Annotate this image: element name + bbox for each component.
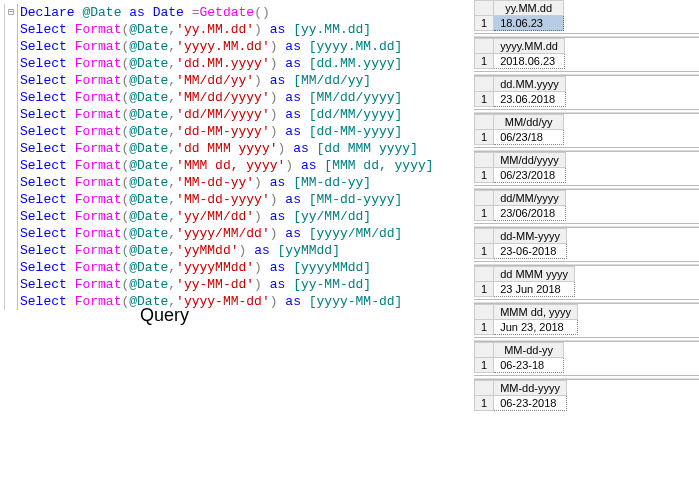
- result-grid-block: yyyy.MM.dd12018.06.23: [474, 33, 699, 69]
- gutter-icon: [4, 191, 18, 208]
- result-grid[interactable]: MMM dd, yyyy1Jun 23, 2018: [474, 304, 578, 335]
- grid-cell-value[interactable]: 23-06-2018: [494, 244, 567, 259]
- grid-row-number[interactable]: 1: [475, 54, 494, 69]
- grid-corner: [475, 267, 494, 282]
- grid-corner: [475, 77, 494, 92]
- fold-box-icon[interactable]: ⊟: [4, 4, 18, 21]
- grid-row-number[interactable]: 1: [475, 130, 494, 145]
- result-grid[interactable]: MM/dd/yyyy106/23/2018: [474, 152, 566, 183]
- code-line: Select Format(@Date,'MM/dd/yyyy') as [MM…: [0, 89, 474, 106]
- gutter-icon: [4, 259, 18, 276]
- code-line: Select Format(@Date,'dd/MM/yyyy') as [dd…: [0, 106, 474, 123]
- grid-row-number[interactable]: 1: [475, 320, 494, 335]
- result-grid[interactable]: dd-MM-yyyy123-06-2018: [474, 228, 567, 259]
- code-line: Select Format(@Date,'MM/dd/yy') as [MM/d…: [0, 72, 474, 89]
- code-line: Select Format(@Date,'yy.MM.dd') as [yy.M…: [0, 21, 474, 38]
- grid-cell-value[interactable]: 23.06.2018: [494, 92, 566, 107]
- grid-column-header[interactable]: MMM dd, yyyy: [494, 305, 578, 320]
- query-label: Query: [140, 305, 189, 326]
- code-line: Select Format(@Date,'MMM dd, yyyy') as […: [0, 157, 474, 174]
- result-grid-block: yy.MM.dd118.06.23: [474, 0, 699, 31]
- grid-cell-value[interactable]: 06/23/2018: [494, 168, 566, 183]
- gutter-icon: [4, 21, 18, 38]
- grid-cell-value[interactable]: 23/06/2018: [494, 206, 566, 221]
- grid-row-number[interactable]: 1: [475, 168, 494, 183]
- grid-row-number[interactable]: 1: [475, 206, 494, 221]
- code-line-declare: ⊟Declare @Date as Date =Getdate(): [0, 4, 474, 21]
- result-grid[interactable]: MM-dd-yyyy106-23-2018: [474, 380, 567, 411]
- result-grid[interactable]: MM-dd-yy106-23-18: [474, 342, 564, 373]
- code-line: Select Format(@Date,'MM-dd-yy') as [MM-d…: [0, 174, 474, 191]
- grid-row-number[interactable]: 1: [475, 282, 494, 297]
- result-grid[interactable]: MM/dd/yy106/23/18: [474, 114, 564, 145]
- code-line: Select Format(@Date,'yyyy.MM.dd') as [yy…: [0, 38, 474, 55]
- result-grid-block: dd/MM/yyyy123/06/2018: [474, 185, 699, 221]
- sql-editor-pane: ⊟Declare @Date as Date =Getdate() Select…: [0, 0, 474, 503]
- grid-corner: [475, 1, 494, 16]
- grid-column-header[interactable]: MM-dd-yy: [494, 343, 564, 358]
- gutter-icon: [4, 157, 18, 174]
- grid-corner: [475, 305, 494, 320]
- result-grid-block: MM-dd-yyyy106-23-2018: [474, 375, 699, 411]
- grid-column-header[interactable]: MM-dd-yyyy: [494, 381, 567, 396]
- grid-column-header[interactable]: dd/MM/yyyy: [494, 191, 566, 206]
- result-grid-block: MM/dd/yy106/23/18: [474, 109, 699, 145]
- grid-row-number[interactable]: 1: [475, 396, 494, 411]
- grid-column-header[interactable]: yyyy.MM.dd: [494, 39, 565, 54]
- code-line: Select Format(@Date,'yyyyMMdd') as [yyyy…: [0, 259, 474, 276]
- grid-corner: [475, 115, 494, 130]
- result-grid-block: MMM dd, yyyy1Jun 23, 2018: [474, 299, 699, 335]
- grid-cell-value[interactable]: 2018.06.23: [494, 54, 565, 69]
- gutter-icon: [4, 55, 18, 72]
- grid-cell-value[interactable]: 23 Jun 2018: [494, 282, 575, 297]
- code-line: Select Format(@Date,'dd.MM.yyyy') as [dd…: [0, 55, 474, 72]
- result-grid[interactable]: yy.MM.dd118.06.23: [474, 0, 564, 31]
- code-line: Select Format(@Date,'dd MMM yyyy') as [d…: [0, 140, 474, 157]
- result-grid[interactable]: dd/MM/yyyy123/06/2018: [474, 190, 566, 221]
- result-grid[interactable]: yyyy.MM.dd12018.06.23: [474, 38, 565, 69]
- result-grid-block: MM-dd-yy106-23-18: [474, 337, 699, 373]
- gutter-icon: [4, 242, 18, 259]
- grid-cell-value[interactable]: 18.06.23: [494, 16, 564, 31]
- sql-code-area[interactable]: ⊟Declare @Date as Date =Getdate() Select…: [0, 0, 474, 310]
- grid-column-header[interactable]: dd MMM yyyy: [494, 267, 575, 282]
- gutter-icon: [4, 72, 18, 89]
- grid-corner: [475, 39, 494, 54]
- grid-cell-value[interactable]: 06/23/18: [494, 130, 564, 145]
- result-grid[interactable]: dd.MM.yyyy123.06.2018: [474, 76, 566, 107]
- grid-corner: [475, 343, 494, 358]
- result-grid-block: dd MMM yyyy123 Jun 2018: [474, 261, 699, 297]
- grid-row-number[interactable]: 1: [475, 16, 494, 31]
- gutter-icon: [4, 123, 18, 140]
- grid-row-number[interactable]: 1: [475, 244, 494, 259]
- grid-column-header[interactable]: yy.MM.dd: [494, 1, 564, 16]
- grid-cell-value[interactable]: 06-23-18: [494, 358, 564, 373]
- code-line: Select Format(@Date,'yy-MM-dd') as [yy-M…: [0, 276, 474, 293]
- gutter-icon: [4, 293, 18, 310]
- gutter-icon: [4, 106, 18, 123]
- grid-column-header[interactable]: MM/dd/yy: [494, 115, 564, 130]
- grid-row-number[interactable]: 1: [475, 92, 494, 107]
- grid-column-header[interactable]: MM/dd/yyyy: [494, 153, 566, 168]
- results-pane: yy.MM.dd118.06.23yyyy.MM.dd12018.06.23dd…: [474, 0, 699, 503]
- grid-corner: [475, 191, 494, 206]
- gutter-icon: [4, 276, 18, 293]
- code-line: Select Format(@Date,'yyyy-MM-dd') as [yy…: [0, 293, 474, 310]
- gutter-icon: [4, 38, 18, 55]
- result-grid-block: dd.MM.yyyy123.06.2018: [474, 71, 699, 107]
- grid-column-header[interactable]: dd.MM.yyyy: [494, 77, 566, 92]
- grid-corner: [475, 229, 494, 244]
- grid-column-header[interactable]: dd-MM-yyyy: [494, 229, 567, 244]
- code-line: Select Format(@Date,'yy/MM/dd') as [yy/M…: [0, 208, 474, 225]
- grid-row-number[interactable]: 1: [475, 358, 494, 373]
- code-line: Select Format(@Date,'dd-MM-yyyy') as [dd…: [0, 123, 474, 140]
- code-line: Select Format(@Date,'yyyy/MM/dd') as [yy…: [0, 225, 474, 242]
- grid-corner: [475, 153, 494, 168]
- result-grid[interactable]: dd MMM yyyy123 Jun 2018: [474, 266, 575, 297]
- grid-cell-value[interactable]: Jun 23, 2018: [494, 320, 578, 335]
- grid-cell-value[interactable]: 06-23-2018: [494, 396, 567, 411]
- gutter-icon: [4, 225, 18, 242]
- grid-corner: [475, 381, 494, 396]
- gutter-icon: [4, 208, 18, 225]
- result-grid-block: MM/dd/yyyy106/23/2018: [474, 147, 699, 183]
